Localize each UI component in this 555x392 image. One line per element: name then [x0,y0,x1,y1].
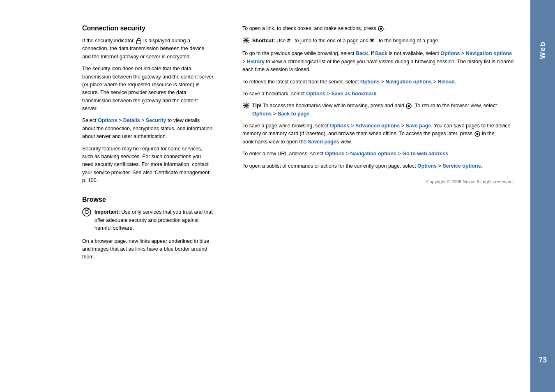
tip-bold: Tip! [252,103,262,108]
connection-security-title: Connection security [82,25,214,32]
details-link[interactable]: Details [123,118,140,123]
browse-paragraph-1: On a browser page, new links appear unde… [82,238,214,261]
browse-title: Browse [82,196,214,203]
circle-button-icon-3 [474,131,480,137]
shortcut-bold: Shortcut: [252,38,275,44]
tip-star-icon [242,102,250,111]
important-text: Important: Use only services that you tr… [94,208,214,232]
hash-symbol: # [287,37,290,44]
shortcut-box: Shortcut: Use # to jump to the end of a … [242,37,514,46]
page-number-box: 73 [534,353,552,367]
svg-point-16 [408,105,410,107]
options-link-5[interactable]: Options [252,111,272,117]
tip-content: Tip! To access the bookmarks view while … [252,102,514,118]
page-number-container: 73 [530,353,555,367]
options-link-7[interactable]: Options [325,151,344,157]
options-link-4[interactable]: Options [306,91,325,97]
rp-retrieve-content: To retrieve the latest content from the … [242,78,514,86]
rp-save-bookmark: To save a bookmark, select Options > Sav… [242,90,514,98]
navigation-options-link-1[interactable]: Navigation options [466,51,512,56]
tip-box: Tip! To access the bookmarks view while … [242,102,514,118]
save-page-link[interactable]: Save page [405,123,431,129]
options-link-1[interactable]: Options [98,118,117,123]
back-to-page-link[interactable]: Back to page [277,111,309,117]
options-link-6[interactable]: Options [330,123,349,129]
svg-point-1 [83,208,91,216]
cs-paragraph-1: If the security indicator is displayed d… [82,37,214,61]
circle-button-icon-1 [378,26,384,32]
copyright-text: Copyright © 2006 Nokia. All rights reser… [242,178,514,185]
rp-sublist: To open a sublist of commands or actions… [242,162,514,170]
navigation-options-link-2[interactable]: Navigation options [385,79,432,85]
saved-pages-link[interactable]: Saved pages [308,139,339,145]
advanced-options-link[interactable]: Advanced options [355,123,400,129]
right-column: To open a link, to check boxes, and make… [238,25,514,376]
tip-symbol-icon [242,102,250,109]
left-column: Connection security If the security indi… [82,25,222,376]
svg-rect-0 [136,41,141,44]
security-link[interactable]: Security [146,118,166,123]
shortcut-symbol-icon [242,37,250,44]
rp-save-page: To save a page while browsing, select Op… [242,122,514,146]
options-link-2[interactable]: Options [440,51,460,56]
cs-paragraph-3: Select Options > Details > Security to v… [82,117,214,141]
warning-circle-icon [82,208,91,217]
cs-paragraph-4: Security features may be required for so… [82,145,214,185]
save-bookmark-link[interactable]: Save as bookmark [331,91,376,97]
back-link-2[interactable]: Back [375,51,387,56]
reload-link[interactable]: Reload [438,79,455,85]
connection-security-section: Connection security If the security indi… [82,25,214,184]
svg-point-6 [380,28,382,30]
svg-point-18 [476,133,478,135]
asterisk-symbol: ✱ [370,37,374,44]
svg-point-2 [85,210,88,214]
rp-new-url: To enter a new URL address, select Optio… [242,150,514,158]
cs-paragraph-2: The security icon does not indicate that… [82,65,214,113]
page-container: Connection security If the security indi… [0,0,555,392]
shortcut-text: Shortcut: Use # to jump to the end of a … [252,37,440,45]
sidebar-web-label: Web [539,41,547,59]
browse-section: Browse Important: Use only services that… [82,196,214,261]
rp-open-link: To open a link, to check boxes, and make… [242,25,514,32]
rp-previous-page: To go to the previous page while browsin… [242,50,514,74]
main-content: Connection security If the security indi… [0,0,530,392]
options-link-8[interactable]: Options [417,163,437,169]
lock-icon [136,38,141,44]
options-link-3[interactable]: Options [360,79,380,85]
shortcut-star-icon [242,37,250,46]
back-link-1[interactable]: Back [356,51,368,56]
important-bold: Important: [94,209,120,215]
go-to-web-address-link[interactable]: Go to web address [402,151,448,157]
important-icon [82,208,91,219]
navigation-options-link-3[interactable]: Navigation options [350,151,397,157]
circle-button-icon-2 [406,103,412,109]
service-options-link[interactable]: Service options [442,163,481,169]
history-link[interactable]: History [247,59,265,65]
important-box: Important: Use only services that you tr… [82,208,214,232]
sidebar-right: Web 73 [530,0,555,392]
